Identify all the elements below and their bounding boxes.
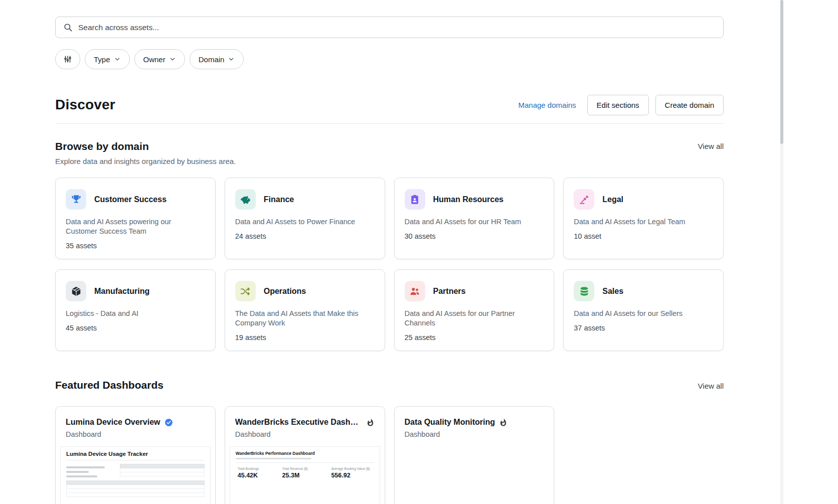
browse-by-domain-subtitle: Explore data and insights organized by b… [55,157,236,165]
browse-by-domain-title: Browse by domain [55,140,236,152]
domain-filter-label: Domain [199,55,225,64]
domain-card-asset-count: 25 assets [405,333,544,342]
search-bar[interactable] [55,17,724,38]
type-filter-label: Type [94,55,110,64]
dashboard-card-title: Lumina Device Overview [66,418,160,427]
domain-card[interactable]: Operations The Data and AI Assets that M… [225,269,385,351]
domain-card[interactable]: Manufacturing Logistics - Data and AI 45… [55,269,216,351]
featured-dashboards-title: Featured Dashboards [55,379,163,391]
dashboard-card-type: Dashboard [56,430,215,438]
edit-sections-button[interactable]: Edit sections [587,95,649,115]
create-domain-button[interactable]: Create domain [655,95,724,115]
dashboard-card[interactable]: Lumina Device Overview Dashboard Lumina … [55,406,216,504]
preview-title: WanderBricks Performance Dashboard [236,451,374,456]
domain-filter-dropdown[interactable]: Domain [190,49,244,69]
owner-filter-dropdown[interactable]: Owner [134,49,185,69]
dashboard-card-type: Dashboard [395,430,554,438]
coins-icon [574,281,594,301]
preview-stat: Total Revenue ($) 25.3M [282,467,308,479]
featured-view-all-link[interactable]: View all [698,382,724,390]
manage-domains-link[interactable]: Manage domains [518,101,576,109]
domain-card-description: The Data and AI Assets that Make this Co… [235,309,360,328]
route-icon [235,281,256,301]
domain-card[interactable]: Partners Data and AI Assets for our Part… [394,269,555,351]
flame-icon [366,418,375,427]
preview-stats-row: Total Bookings 45.42K Total Revenue ($) … [236,463,374,479]
vertical-scrollbar[interactable] [780,0,783,504]
preview-stat-value: 25.3M [282,472,308,479]
preview-stat: Average Booking Value ($) 556.92 [331,467,370,479]
scrollbar-thumb[interactable] [780,0,783,144]
dashboard-card[interactable]: Data Quality Monitoring Dashboard [394,406,555,504]
domain-card-description: Data and AI Assets for our HR Team [405,217,529,227]
domain-card[interactable]: Sales Data and AI Assets for our Sellers… [563,269,724,351]
domain-card-title: Human Resources [433,195,504,204]
domain-card[interactable]: Finance Data and AI Assets to Power Fina… [225,178,385,259]
header-divider [55,123,724,124]
domain-card-grid: Customer Success Data and AI Assets powe… [55,178,724,351]
verified-badge-icon [164,418,173,427]
dashboard-card-type: Dashboard [225,430,385,438]
browse-view-all-link[interactable]: View all [698,142,724,150]
domain-card-description: Data and AI Assets for our Sellers [574,309,698,318]
domain-card-description: Data and AI Assets to Power Finance [235,217,360,227]
domain-card-title: Partners [433,287,466,296]
filters-toggle-button[interactable] [55,49,80,69]
preview-stat-label: Total Bookings [238,467,259,470]
domain-card[interactable]: Human Resources Data and AI Assets for o… [394,178,555,259]
domain-card-title: Operations [264,287,306,296]
chevron-down-icon [169,56,176,63]
trophy-icon [66,189,86,210]
filter-row: Type Owner Domain [55,49,724,69]
id-badge-icon [405,189,425,210]
domain-card-description: Logistics - Data and AI [66,309,190,318]
sliders-icon [63,55,72,64]
domain-card-description: Data and AI Assets for our Partner Chann… [405,309,529,328]
dashboard-preview: Lumina Device Usage Tracker [60,446,211,504]
gavel-icon [574,189,594,210]
domain-card-asset-count: 24 assets [235,232,375,240]
preview-stat: Total Bookings 45.42K [238,467,259,479]
dashboard-card-title: WanderBricks Executive Dashbo... [235,418,362,427]
domain-card-description: Data and AI Assets powering our Customer… [66,217,190,236]
domain-card-asset-count: 35 assets [66,242,205,250]
preview-stat-value: 45.42K [238,472,259,479]
domain-card[interactable]: Customer Success Data and AI Assets powe… [55,178,216,259]
domain-card-asset-count: 30 assets [405,232,544,240]
domain-card-title: Manufacturing [94,287,149,296]
dashboard-card[interactable]: WanderBricks Executive Dashbo... Dashboa… [225,406,385,504]
people-icon [405,281,425,301]
search-input[interactable] [78,23,716,32]
owner-filter-label: Owner [143,55,165,64]
domain-card-title: Legal [602,195,623,204]
type-filter-dropdown[interactable]: Type [85,49,130,69]
preview-stat-value: 556.92 [331,472,370,479]
domain-card-asset-count: 10 asset [574,232,713,240]
dashboard-preview [399,446,550,504]
dashboard-card-grid: Lumina Device Overview Dashboard Lumina … [55,406,724,504]
search-icon [63,23,73,32]
preview-kpi-panel [66,464,116,477]
domain-card-title: Customer Success [94,195,166,204]
discover-page: Type Owner Domain Discover Manage domain… [55,0,724,504]
preview-mini-table [120,464,204,477]
preview-data-table [66,480,205,497]
domain-card-asset-count: 37 assets [574,324,713,332]
preview-title: Lumina Device Usage Tracker [66,451,205,457]
domain-card[interactable]: Legal Data and AI Assets for Legal Team … [563,178,724,259]
page-title: Discover [55,97,115,113]
domain-card-description: Data and AI Assets for Legal Team [574,217,698,227]
package-icon [66,281,86,301]
dashboard-preview: WanderBricks Performance Dashboard Total… [230,446,380,504]
domain-card-asset-count: 45 assets [66,324,205,332]
domain-card-title: Sales [602,287,623,296]
chevron-down-icon [228,56,235,63]
preview-stat-label: Average Booking Value ($) [331,467,370,470]
chevron-down-icon [114,56,121,63]
domain-card-asset-count: 19 assets [235,333,375,342]
dashboard-card-title: Data Quality Monitoring [405,418,495,427]
domain-card-title: Finance [264,195,294,204]
piggy-bank-icon [235,189,256,210]
preview-stat-label: Total Revenue ($) [282,467,308,470]
flame-icon [499,418,508,427]
